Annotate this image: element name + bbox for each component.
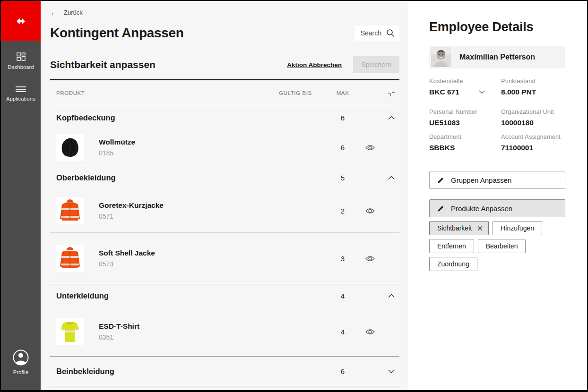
field-value: 71100001 xyxy=(501,144,565,152)
chevron-up-icon[interactable] xyxy=(386,174,397,182)
chevron-up-icon[interactable] xyxy=(386,114,397,122)
group-row-oberbekleidung[interactable]: Oberbekleidung 5 xyxy=(50,166,399,189)
visibility-eye-icon[interactable] xyxy=(363,206,377,216)
product-name: Goretex-Kurzjacke xyxy=(99,201,164,210)
app-window: Dashboard Applications Profile xyxy=(0,0,588,392)
employee-card: Maximilian Petterson xyxy=(429,46,565,68)
chip-bearbeiten[interactable]: Bearbeiten xyxy=(478,239,526,253)
group-row-kopfbedeckung[interactable]: Kopfbedeckung 6 xyxy=(50,106,399,129)
product-code: 0185 xyxy=(99,149,135,157)
sidebar-item-applications[interactable]: Applications xyxy=(1,83,41,104)
column-header-produkt: PRODUKT xyxy=(56,90,262,96)
field-label: Punktestand xyxy=(501,78,565,85)
back-link[interactable]: ← Zurück xyxy=(50,8,93,17)
save-button[interactable]: Speichern xyxy=(353,56,399,73)
chevron-down-icon[interactable] xyxy=(386,367,397,375)
product-max-value: 3 xyxy=(329,255,357,263)
field-account-assignement: Account Assignement 71100001 xyxy=(501,134,565,152)
group-row-beinbekleidung[interactable]: Beinbekleidung 6 xyxy=(50,357,399,386)
product-row-wollmuetze[interactable]: Wollmütze 0185 6 xyxy=(50,129,399,166)
page-title: Kontingent Anpassen xyxy=(50,26,184,41)
product-row-goretex-kurzjacke[interactable]: Goretex-Kurzjacke 0571 2 xyxy=(50,189,399,232)
collapse-all-icon[interactable] xyxy=(388,90,395,96)
cancel-action-link[interactable]: Aktion Abbrechen xyxy=(287,61,342,68)
field-value: 10000180 xyxy=(501,119,565,127)
x-close-icon[interactable] xyxy=(477,226,483,231)
product-row-esd-t-shirt[interactable]: ESD-T-Shirt 0351 4 xyxy=(50,307,399,356)
group-name: Oberbekleidung xyxy=(56,173,262,182)
search-label: Search xyxy=(361,29,381,37)
field-value: BKC 671 xyxy=(429,88,459,96)
app-logo[interactable] xyxy=(1,1,41,41)
product-name: ESD-T-Shirt xyxy=(99,322,139,331)
employee-name: Maximilian Petterson xyxy=(459,53,535,61)
product-code: 0571 xyxy=(99,213,164,220)
group-name: Kopfbedeckung xyxy=(56,113,262,122)
chip-hinzufuegen[interactable]: Hinzufügen xyxy=(493,221,542,235)
sidebar-item-label: Dashboard xyxy=(8,64,34,70)
action-chips: Sichtbarkeit Hinzufügen Entfernen Bearbe… xyxy=(429,221,565,271)
product-image xyxy=(56,245,84,272)
field-label: Personal Number xyxy=(429,109,501,115)
visibility-eye-icon[interactable] xyxy=(363,254,377,264)
search-input[interactable]: Search xyxy=(355,26,399,41)
product-max-value: 2 xyxy=(329,207,357,215)
field-value: SBBKS xyxy=(429,144,501,152)
product-image xyxy=(56,134,84,161)
product-max-value: 6 xyxy=(329,144,357,152)
kostenstelle-dropdown[interactable]: BKC 671 xyxy=(429,88,485,96)
dashboard-icon xyxy=(17,52,26,61)
group-max-value: 6 xyxy=(329,114,357,122)
product-max-value: 4 xyxy=(329,328,357,336)
field-department: Department SBBKS xyxy=(429,134,501,152)
chevron-up-icon[interactable] xyxy=(386,292,397,300)
sidebar: Dashboard Applications Profile xyxy=(1,1,41,390)
field-kostenstelle: Kostenstelle BKC 671 xyxy=(429,78,501,96)
group-max-value: 4 xyxy=(329,292,357,300)
product-image xyxy=(56,197,84,224)
chip-zuordnung[interactable]: Zuordnung xyxy=(429,257,477,271)
profile-icon xyxy=(12,349,29,366)
button-label: Gruppen Anpassen xyxy=(451,176,511,184)
chip-label: Sichtbarkeit xyxy=(437,224,472,232)
sidebar-item-label: Profile xyxy=(13,369,29,375)
product-code: 0573 xyxy=(99,260,155,268)
pencil-icon xyxy=(437,205,444,212)
field-label: Kostenstelle xyxy=(429,78,501,85)
button-label: Produkte Anpassen xyxy=(451,205,512,213)
employee-details-panel: Employee Details Maximilian Petterson Ko… xyxy=(408,1,587,390)
gruppen-anpassen-button[interactable]: Gruppen Anpassen xyxy=(429,171,565,189)
visibility-eye-icon[interactable] xyxy=(363,327,377,337)
group-row-unterkleidung[interactable]: Unterkleidung 4 xyxy=(50,284,399,307)
field-label: Account Assignement xyxy=(501,134,565,140)
chip-sichtbarkeit[interactable]: Sichtbarkeit xyxy=(429,221,489,235)
avatar xyxy=(431,47,451,67)
sidebar-item-dashboard[interactable]: Dashboard xyxy=(1,50,41,73)
employee-fields: Kostenstelle BKC 671 Punktestand 8.000 P… xyxy=(429,78,565,152)
produkte-anpassen-button[interactable]: Produkte Anpassen xyxy=(429,199,565,217)
column-header-max: MAX xyxy=(329,90,357,96)
product-image xyxy=(56,318,84,345)
field-label: Department xyxy=(429,134,501,140)
field-label: Organizational Unit xyxy=(501,109,565,115)
main-content: ← Zurück Kontingent Anpassen Search Sich… xyxy=(41,1,408,390)
group-max-value: 6 xyxy=(329,367,357,375)
field-punktestand: Punktestand 8.000 PNT xyxy=(501,78,565,96)
back-label: Zurück xyxy=(64,9,83,16)
group-max-value: 5 xyxy=(329,174,357,182)
field-organizational-unit: Organizational Unit 10000180 xyxy=(501,109,565,127)
left-arrow-icon: ← xyxy=(50,9,58,17)
sidebar-item-profile[interactable]: Profile xyxy=(1,346,41,378)
sbb-logo-icon xyxy=(13,17,28,25)
field-value: 8.000 PNT xyxy=(501,88,565,96)
product-row-soft-shell-jacke[interactable]: Soft Shell Jacke 0573 3 xyxy=(50,233,399,284)
pencil-icon xyxy=(437,177,444,184)
group-name: Beinbekleidung xyxy=(56,367,262,376)
product-name: Wollmütze xyxy=(99,138,135,146)
chevron-down-icon xyxy=(479,90,485,94)
chip-entfernen[interactable]: Entfernen xyxy=(429,239,474,253)
visibility-eye-icon[interactable] xyxy=(363,143,377,153)
applications-icon xyxy=(16,86,26,93)
search-icon xyxy=(386,29,395,37)
product-name: Soft Shell Jacke xyxy=(99,249,155,257)
